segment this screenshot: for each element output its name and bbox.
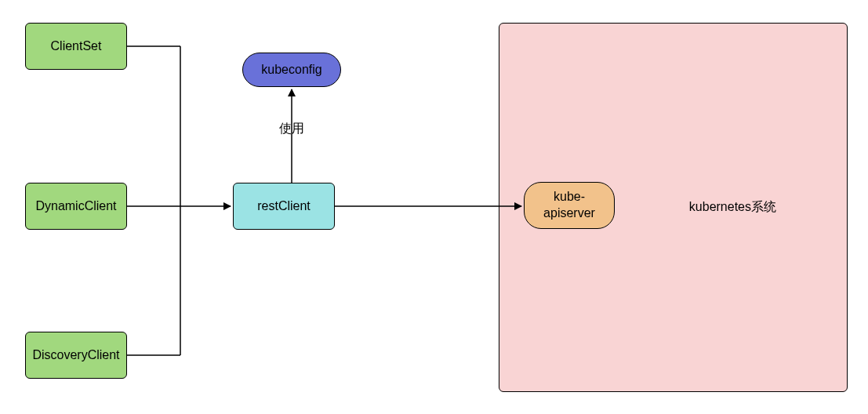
restclient-node: restClient [233,183,335,230]
kubeconfig-node: kubeconfig [242,53,341,87]
dynamicclient-node: DynamicClient [25,183,127,230]
clientset-node: ClientSet [25,23,127,70]
dynamicclient-label: DynamicClient [35,198,116,215]
discoveryclient-label: DiscoveryClient [32,347,119,364]
discoveryclient-node: DiscoveryClient [25,332,127,379]
kube-apiserver-label: kube-apiserver [531,189,608,222]
clientset-label: ClientSet [51,38,102,55]
kubeconfig-label: kubeconfig [261,62,321,78]
kube-apiserver-node: kube-apiserver [524,182,615,229]
k8s-system-label: kubernetes系统 [689,199,776,216]
restclient-label: restClient [257,198,311,215]
uses-edge-label: 使用 [276,121,307,137]
